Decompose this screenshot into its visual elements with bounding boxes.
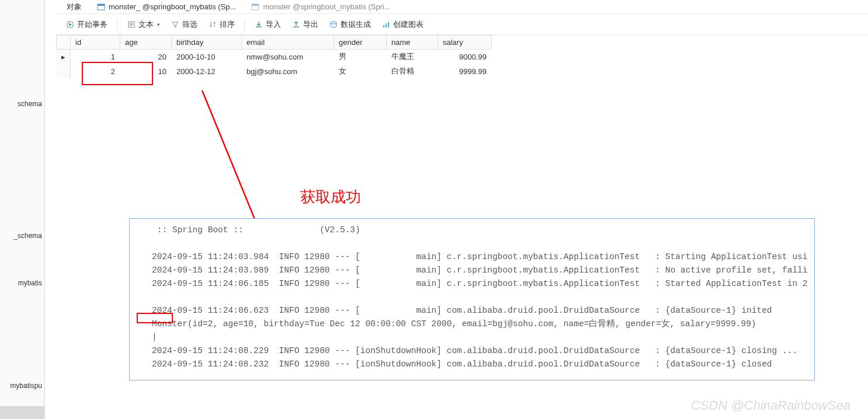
svg-point-6 bbox=[331, 22, 336, 24]
table-header-row: id age birthday email gender name salary bbox=[57, 36, 492, 50]
cell-birthday[interactable]: 2000-10-10 bbox=[172, 50, 242, 64]
toolbar: 开始事务 文本 筛选 排序 导入 导出 数据生成 创建图表 bbox=[56, 14, 868, 35]
begin-transaction-button[interactable]: 开始事务 bbox=[61, 17, 112, 32]
datagen-label: 数据生成 bbox=[341, 19, 371, 30]
data-table[interactable]: id age birthday email gender name salary… bbox=[56, 35, 492, 79]
col-header-age[interactable]: age bbox=[120, 36, 172, 50]
table-icon bbox=[251, 3, 259, 11]
col-header-gender[interactable]: gender bbox=[334, 36, 387, 50]
tab-objects-label: 对象 bbox=[67, 2, 82, 12]
row-marker bbox=[57, 64, 71, 79]
tab-active-label: monster_ @springboot_mybatis (Sp... bbox=[109, 2, 236, 11]
svg-rect-9 bbox=[388, 22, 389, 27]
sidebar-active-item[interactable] bbox=[0, 406, 45, 419]
svg-rect-1 bbox=[98, 4, 105, 6]
import-label: 导入 bbox=[266, 19, 281, 30]
export-label: 导出 bbox=[303, 19, 318, 30]
sidebar: schema _schema mybatis mybatispu bbox=[0, 0, 45, 419]
cell-age[interactable]: 20 bbox=[120, 50, 172, 64]
table-icon bbox=[97, 3, 105, 11]
cell-id[interactable]: 2 bbox=[71, 64, 120, 79]
tab-inactive-label: monster @springboot_mybatis (Spri... bbox=[263, 2, 390, 11]
console-output: :: Spring Boot :: (V2.5.3) 2024-09-15 11… bbox=[129, 218, 815, 380]
text-label: 文本 bbox=[138, 19, 154, 30]
chart-icon bbox=[381, 20, 391, 29]
cell-email[interactable]: nmw@sohu.com bbox=[242, 50, 334, 64]
database-icon bbox=[329, 20, 338, 29]
export-icon bbox=[291, 20, 301, 29]
tab-monster-active[interactable]: monster_ @springboot_mybatis (Sp... bbox=[92, 1, 241, 12]
col-header-email[interactable]: email bbox=[242, 36, 334, 50]
table-row[interactable]: ▸ 1 20 2000-10-10 nmw@sohu.com 男 牛魔王 900… bbox=[57, 50, 492, 64]
cell-id[interactable]: 1 bbox=[71, 50, 120, 64]
cell-birthday[interactable]: 2000-12-12 bbox=[172, 64, 242, 79]
col-header-name[interactable]: name bbox=[387, 36, 438, 50]
cell-name[interactable]: 白骨精 bbox=[387, 64, 438, 79]
begin-tx-label: 开始事务 bbox=[77, 19, 107, 30]
import-icon bbox=[254, 20, 263, 29]
tab-monster-inactive[interactable]: monster @springboot_mybatis (Spri... bbox=[246, 1, 395, 12]
col-header-id[interactable]: id bbox=[71, 36, 120, 50]
sort-icon bbox=[208, 20, 217, 29]
col-header-salary[interactable]: salary bbox=[438, 36, 492, 50]
filter-icon bbox=[171, 20, 180, 29]
tab-objects[interactable]: 对象 bbox=[62, 1, 86, 13]
export-button[interactable]: 导出 bbox=[287, 17, 323, 32]
cell-name[interactable]: 牛魔王 bbox=[387, 50, 438, 64]
svg-rect-7 bbox=[383, 25, 384, 27]
tab-bar: 对象 monster_ @springboot_mybatis (Sp... m… bbox=[56, 0, 868, 14]
text-button[interactable]: 文本 bbox=[122, 17, 165, 32]
row-marker-header bbox=[57, 36, 71, 50]
toolbar-separator bbox=[244, 19, 245, 30]
annotation-text: 获取成功 bbox=[300, 187, 361, 207]
import-button[interactable]: 导入 bbox=[249, 17, 286, 32]
filter-button[interactable]: 筛选 bbox=[166, 17, 202, 32]
cell-salary[interactable]: 9000.99 bbox=[438, 50, 492, 64]
table-row[interactable]: 2 10 2000-12-12 bgj@sohu.com 女 白骨精 9999.… bbox=[57, 64, 492, 79]
svg-rect-3 bbox=[252, 4, 259, 6]
svg-rect-8 bbox=[386, 23, 387, 27]
sidebar-item-schema2[interactable]: _schema bbox=[0, 228, 44, 243]
sort-label: 排序 bbox=[220, 19, 235, 30]
cell-gender[interactable]: 女 bbox=[334, 64, 387, 79]
toolbar-separator bbox=[117, 19, 117, 30]
watermark: CSDN @ChinaRainbowSea bbox=[691, 398, 850, 413]
cell-age[interactable]: 10 bbox=[120, 64, 172, 79]
play-icon bbox=[65, 20, 75, 29]
filter-label: 筛选 bbox=[182, 19, 197, 30]
table-container: id age birthday email gender name salary… bbox=[56, 35, 868, 79]
chart-label: 创建图表 bbox=[393, 19, 423, 30]
row-marker: ▸ bbox=[57, 50, 71, 64]
cell-gender[interactable]: 男 bbox=[334, 50, 387, 64]
sort-button[interactable]: 排序 bbox=[203, 17, 239, 32]
cell-salary[interactable]: 9999.99 bbox=[438, 64, 492, 79]
col-header-birthday[interactable]: birthday bbox=[172, 36, 242, 50]
sidebar-item-mybatispu[interactable]: mybatispu bbox=[0, 378, 44, 393]
cell-email[interactable]: bgj@sohu.com bbox=[242, 64, 334, 79]
text-icon bbox=[127, 20, 136, 29]
main-area: 对象 monster_ @springboot_mybatis (Sp... m… bbox=[56, 0, 868, 419]
sidebar-item-schema[interactable]: schema bbox=[0, 96, 44, 111]
chart-button[interactable]: 创建图表 bbox=[377, 17, 428, 32]
sidebar-item-mybatis[interactable]: mybatis bbox=[0, 275, 44, 291]
datagen-button[interactable]: 数据生成 bbox=[324, 17, 376, 32]
